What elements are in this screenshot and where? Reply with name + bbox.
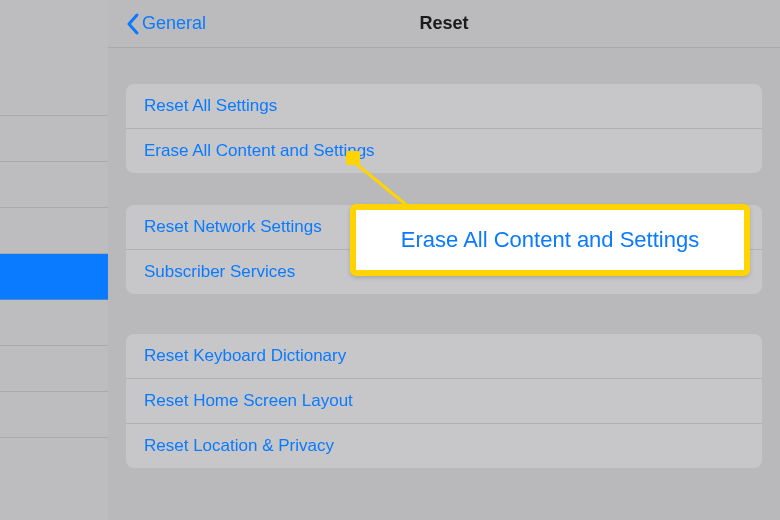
callout-text: Erase All Content and Settings — [401, 227, 699, 253]
page-title: Reset — [419, 13, 468, 34]
row-label: Erase All Content and Settings — [144, 141, 375, 160]
back-button[interactable]: General — [126, 13, 206, 35]
row-label: Reset All Settings — [144, 96, 277, 115]
sidebar-item[interactable] — [0, 346, 108, 392]
row-label: Reset Home Screen Layout — [144, 391, 353, 410]
sidebar-item[interactable] — [0, 392, 108, 438]
nav-bar: General Reset — [108, 0, 780, 48]
reset-home-screen-row[interactable]: Reset Home Screen Layout — [126, 379, 762, 424]
settings-group: Reset Keyboard Dictionary Reset Home Scr… — [126, 334, 762, 468]
row-label: Subscriber Services — [144, 262, 295, 281]
content-area: Reset All Settings Erase All Content and… — [108, 84, 780, 468]
reset-keyboard-row[interactable]: Reset Keyboard Dictionary — [126, 334, 762, 379]
reset-location-privacy-row[interactable]: Reset Location & Privacy — [126, 424, 762, 468]
row-label: Reset Network Settings — [144, 217, 322, 236]
settings-group: Reset All Settings Erase All Content and… — [126, 84, 762, 173]
sidebar-item[interactable] — [0, 70, 108, 116]
callout-box: Erase All Content and Settings — [350, 204, 750, 276]
back-label: General — [142, 13, 206, 34]
chevron-left-icon — [126, 13, 139, 35]
row-label: Reset Keyboard Dictionary — [144, 346, 346, 365]
callout-marker-icon — [346, 151, 360, 165]
row-label: Reset Location & Privacy — [144, 436, 334, 455]
settings-sidebar — [0, 0, 108, 520]
reset-all-settings-row[interactable]: Reset All Settings — [126, 84, 762, 129]
sidebar-item[interactable] — [0, 162, 108, 208]
sidebar-item[interactable] — [0, 208, 108, 254]
sidebar-item[interactable] — [0, 116, 108, 162]
sidebar-item-selected[interactable] — [0, 254, 108, 300]
sidebar-item[interactable] — [0, 300, 108, 346]
erase-all-content-row[interactable]: Erase All Content and Settings — [126, 129, 762, 173]
